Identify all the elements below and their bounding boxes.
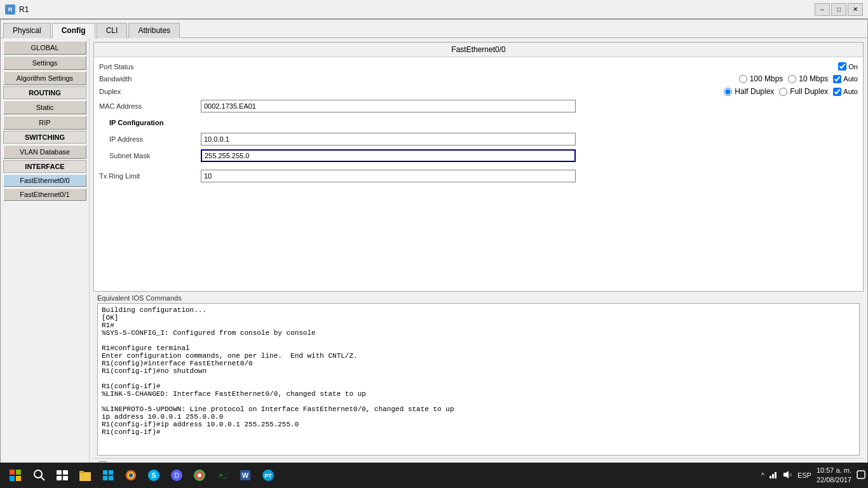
mac-row: MAC Address: [99, 100, 858, 112]
subnet-mask-input[interactable]: [201, 149, 576, 162]
sidebar-item-static[interactable]: Static: [3, 100, 86, 114]
network-icon[interactable]: [768, 470, 778, 481]
tab-attributes[interactable]: Attributes: [128, 23, 180, 38]
tx-ring-row: Tx Ring Limit: [99, 170, 858, 182]
ip-config-row: IP Configuration: [99, 116, 858, 129]
bw-100-radio[interactable]: [739, 75, 747, 83]
svg-rect-33: [772, 474, 774, 478]
volume-icon[interactable]: )): [782, 470, 792, 481]
sidebar-item-fe01[interactable]: FastEthernet0/1: [3, 188, 86, 201]
bw-auto-text: Auto: [843, 75, 858, 83]
skype-button[interactable]: S: [142, 464, 165, 487]
tab-physical[interactable]: Physical: [3, 23, 51, 38]
interface-title: FastEthernet0/0: [94, 43, 863, 57]
sidebar-item-settings[interactable]: Settings: [3, 56, 86, 70]
sidebar-item-global[interactable]: GLOBAL: [3, 41, 86, 55]
tx-ring-input[interactable]: [201, 170, 576, 182]
subnet-mask-label: Subnet Mask: [99, 152, 201, 159]
ios-terminal[interactable]: Building configuration... [OK] R1# %SYS-…: [97, 303, 860, 456]
sidebar-item-fe00[interactable]: FastEthernet0/0: [3, 174, 86, 187]
port-status-controls: On: [838, 62, 858, 71]
notification-icon[interactable]: [857, 470, 865, 480]
main-window: Physical Config CLI Attributes GLOBAL Se…: [0, 19, 868, 477]
packet-tracer-button[interactable]: PT: [257, 464, 280, 487]
svg-point-4: [34, 470, 42, 478]
taskbar: S D >_ W PT: [0, 463, 868, 488]
svg-rect-13: [109, 470, 113, 475]
duplex-auto-checkbox[interactable]: [833, 88, 841, 96]
terminal-button[interactable]: >_: [211, 464, 234, 487]
show-hidden-arrow[interactable]: ^: [761, 471, 764, 479]
store-button[interactable]: [97, 464, 119, 487]
system-tray: ^ )): [761, 470, 792, 481]
window-title: R1: [19, 5, 29, 14]
discord-button[interactable]: D: [165, 464, 188, 487]
half-duplex-radio[interactable]: [724, 88, 732, 96]
sidebar-item-vlan[interactable]: VLAN Database: [3, 145, 86, 159]
tab-config[interactable]: Config: [52, 23, 95, 38]
close-button[interactable]: ✕: [848, 3, 863, 16]
ios-title: Equivalent IOS Commands: [97, 294, 860, 302]
sidebar-item-algorithm[interactable]: Algorithm Settings: [3, 71, 86, 85]
svg-text:>_: >_: [219, 472, 226, 478]
svg-rect-6: [57, 470, 62, 475]
bw-auto-label[interactable]: Auto: [833, 75, 858, 83]
sidebar: GLOBAL Settings Algorithm Settings ROUTI…: [1, 38, 90, 476]
firefox-button[interactable]: [119, 464, 142, 487]
ip-address-input[interactable]: [201, 133, 576, 146]
explorer-button[interactable]: [74, 464, 97, 487]
word-button[interactable]: W: [234, 464, 257, 487]
half-duplex-label[interactable]: Half Duplex: [724, 87, 774, 96]
sidebar-section-interface: INTERFACE: [3, 160, 86, 173]
ip-config-header: IP Configuration: [99, 116, 163, 129]
bw-10-radio[interactable]: [788, 75, 796, 83]
maximize-button[interactable]: □: [831, 3, 846, 16]
port-status-row: Port Status On: [99, 62, 858, 71]
sidebar-scroll: GLOBAL Settings Algorithm Settings ROUTI…: [1, 38, 89, 476]
chrome-button[interactable]: [188, 464, 211, 487]
bandwidth-controls: 100 Mbps 10 Mbps Auto: [739, 74, 858, 83]
bw-10-text: 10 Mbps: [799, 74, 828, 83]
bw-auto-checkbox[interactable]: [833, 75, 841, 83]
svg-rect-32: [770, 476, 771, 478]
full-duplex-radio[interactable]: [779, 88, 787, 96]
mac-input[interactable]: [201, 100, 576, 112]
svg-rect-10: [79, 472, 91, 481]
interface-panel: FastEthernet0/0 Port Status On: [93, 42, 864, 292]
svg-rect-2: [10, 476, 15, 481]
sidebar-section-switching: SWITCHING: [3, 131, 86, 144]
start-button[interactable]: [3, 464, 28, 487]
svg-rect-11: [79, 471, 84, 473]
svg-rect-3: [16, 476, 21, 481]
port-status-label: Port Status: [99, 63, 201, 71]
duplex-auto-label[interactable]: Auto: [833, 88, 858, 96]
svg-rect-0: [10, 470, 15, 475]
svg-line-5: [41, 477, 45, 481]
language-indicator[interactable]: ESP: [797, 471, 811, 479]
minimize-button[interactable]: –: [815, 3, 830, 16]
full-duplex-label[interactable]: Full Duplex: [779, 87, 828, 96]
search-taskbar-button[interactable]: [28, 464, 51, 487]
tab-bar: Physical Config CLI Attributes: [1, 20, 867, 38]
bandwidth-row: Bandwidth 100 Mbps 10 Mbps: [99, 74, 858, 83]
port-on-checkbox[interactable]: [838, 62, 846, 71]
svg-text:W: W: [242, 471, 249, 479]
duplex-auto-text: Auto: [843, 88, 858, 95]
port-on-label: On: [848, 63, 858, 71]
sidebar-item-rip[interactable]: RIP: [3, 116, 86, 130]
clock-date: 22/08/2017: [817, 475, 851, 485]
taskbar-right: ^ )) ESP 10:57 a. m. 22/08/2017: [761, 466, 865, 485]
sidebar-section-routing: ROUTING: [3, 86, 86, 99]
bw-100-label[interactable]: 100 Mbps: [739, 74, 783, 83]
tab-cli[interactable]: CLI: [97, 23, 128, 38]
port-on-checkbox-label[interactable]: On: [838, 62, 858, 71]
svg-point-25: [198, 473, 201, 477]
svg-marker-35: [783, 471, 789, 478]
ip-address-label: IP Address: [99, 135, 201, 143]
clock[interactable]: 10:57 a. m. 22/08/2017: [817, 466, 851, 485]
task-view-button[interactable]: [51, 464, 74, 487]
duplex-label: Duplex: [99, 88, 201, 95]
bw-10-label[interactable]: 10 Mbps: [788, 74, 828, 83]
svg-text:D: D: [174, 472, 179, 479]
svg-rect-34: [775, 472, 776, 478]
